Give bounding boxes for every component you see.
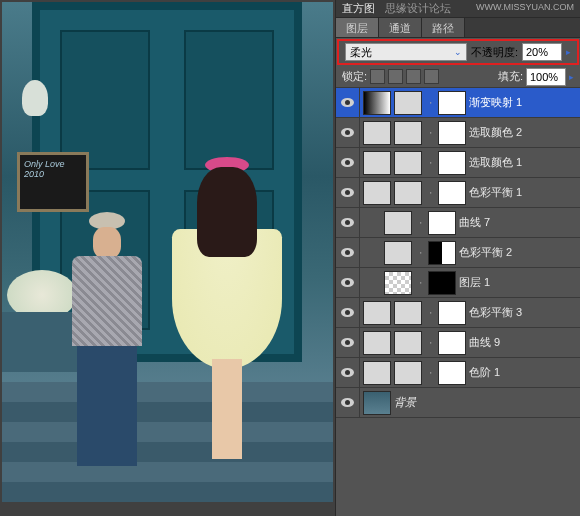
adjust-thumb[interactable] — [394, 151, 422, 175]
layer-thumb[interactable] — [384, 211, 412, 235]
adjust-thumb[interactable] — [394, 121, 422, 145]
mask-thumb[interactable] — [438, 151, 466, 175]
layer-row[interactable]: ⬝图层 1 — [336, 268, 580, 298]
tab-channels[interactable]: 通道 — [379, 18, 422, 37]
layer-row[interactable]: ⬝色彩平衡 3 — [336, 298, 580, 328]
layer-name[interactable]: 色彩平衡 3 — [469, 305, 576, 320]
panel-header: 直方图 思缘设计论坛 WWW.MISSYUAN.COM — [336, 0, 580, 18]
eye-icon — [341, 308, 354, 317]
layer-name[interactable]: 选取颜色 1 — [469, 155, 576, 170]
histogram-tab[interactable]: 直方图 — [342, 1, 375, 16]
eye-icon — [341, 128, 354, 137]
layer-row[interactable]: ⬝曲线 7 — [336, 208, 580, 238]
link-icon: ⬝ — [425, 158, 435, 168]
adjust-thumb[interactable] — [394, 301, 422, 325]
layer-row[interactable]: ⬝色彩平衡 2 — [336, 238, 580, 268]
opacity-label: 不透明度: — [471, 45, 518, 60]
link-icon: ⬝ — [425, 188, 435, 198]
visibility-toggle[interactable] — [336, 178, 360, 208]
adjust-thumb[interactable] — [394, 181, 422, 205]
mask-thumb[interactable] — [438, 181, 466, 205]
mask-thumb[interactable] — [428, 241, 456, 265]
mask-thumb[interactable] — [428, 211, 456, 235]
layer-name[interactable]: 色彩平衡 2 — [459, 245, 576, 260]
layer-name[interactable]: 图层 1 — [459, 275, 576, 290]
visibility-toggle[interactable] — [336, 208, 360, 238]
mask-thumb[interactable] — [438, 361, 466, 385]
layer-thumb[interactable] — [363, 151, 391, 175]
layer-name[interactable]: 色彩平衡 1 — [469, 185, 576, 200]
watermark-right: WWW.MISSYUAN.COM — [476, 2, 574, 12]
layer-name[interactable]: 曲线 9 — [469, 335, 576, 350]
tab-layers[interactable]: 图层 — [336, 18, 379, 37]
layer-name[interactable]: 选取颜色 2 — [469, 125, 576, 140]
layer-list[interactable]: ⬝渐变映射 1⬝选取颜色 2⬝选取颜色 1⬝色彩平衡 1⬝曲线 7⬝色彩平衡 2… — [336, 88, 580, 516]
adjust-thumb[interactable] — [394, 331, 422, 355]
layer-row[interactable]: ⬝色阶 1 — [336, 358, 580, 388]
eye-icon — [341, 248, 354, 257]
layer-row[interactable]: ⬝选取颜色 1 — [336, 148, 580, 178]
layer-name[interactable]: 色阶 1 — [469, 365, 576, 380]
lock-transparency-icon[interactable] — [370, 69, 385, 84]
visibility-toggle[interactable] — [336, 328, 360, 358]
edited-photo: Only Love 2010 — [2, 2, 333, 502]
link-icon: ⬝ — [415, 218, 425, 228]
lock-all-icon[interactable] — [424, 69, 439, 84]
layer-thumb[interactable] — [363, 361, 391, 385]
lock-position-icon[interactable] — [406, 69, 421, 84]
opacity-arrow-icon[interactable]: ▸ — [566, 47, 571, 57]
adjust-thumb[interactable] — [394, 361, 422, 385]
layer-thumb[interactable] — [363, 121, 391, 145]
layer-name[interactable]: 背景 — [394, 395, 576, 410]
layer-thumb[interactable] — [363, 391, 391, 415]
layer-thumb[interactable] — [363, 181, 391, 205]
lock-pixels-icon[interactable] — [388, 69, 403, 84]
layer-name[interactable]: 曲线 7 — [459, 215, 576, 230]
eye-icon — [341, 278, 354, 287]
eye-icon — [341, 218, 354, 227]
fill-arrow-icon[interactable]: ▸ — [569, 72, 574, 82]
eye-icon — [341, 398, 354, 407]
blend-mode-select[interactable]: 柔光 ⌄ — [345, 43, 467, 61]
layer-name[interactable]: 渐变映射 1 — [469, 95, 576, 110]
mask-thumb[interactable] — [438, 121, 466, 145]
link-icon: ⬝ — [425, 98, 435, 108]
blend-opacity-row: 柔光 ⌄ 不透明度: 20% ▸ — [337, 39, 579, 65]
layer-thumb[interactable] — [384, 241, 412, 265]
visibility-toggle[interactable] — [336, 388, 360, 418]
layer-thumb[interactable] — [363, 301, 391, 325]
visibility-toggle[interactable] — [336, 238, 360, 268]
visibility-toggle[interactable] — [336, 148, 360, 178]
watermark-left: 思缘设计论坛 — [385, 1, 451, 16]
dropdown-icon: ⌄ — [454, 47, 462, 57]
opacity-input[interactable]: 20% — [522, 43, 562, 61]
link-icon: ⬝ — [415, 248, 425, 258]
mask-thumb[interactable] — [438, 331, 466, 355]
visibility-toggle[interactable] — [336, 88, 360, 118]
lock-row: 锁定: 填充: 100% ▸ — [336, 66, 580, 88]
mask-thumb[interactable] — [438, 91, 466, 115]
link-icon: ⬝ — [425, 368, 435, 378]
visibility-toggle[interactable] — [336, 268, 360, 298]
layer-thumb[interactable] — [363, 91, 391, 115]
layers-panel: 直方图 思缘设计论坛 WWW.MISSYUAN.COM 图层 通道 路径 柔光 … — [335, 0, 580, 516]
layer-row[interactable]: ⬝选取颜色 2 — [336, 118, 580, 148]
adjust-thumb[interactable] — [394, 91, 422, 115]
eye-icon — [341, 338, 354, 347]
layer-row[interactable]: ⬝曲线 9 — [336, 328, 580, 358]
visibility-toggle[interactable] — [336, 118, 360, 148]
visibility-toggle[interactable] — [336, 358, 360, 388]
panel-tabs: 图层 通道 路径 — [336, 18, 580, 38]
mask-thumb[interactable] — [438, 301, 466, 325]
tab-paths[interactable]: 路径 — [422, 18, 465, 37]
layer-row[interactable]: ⬝色彩平衡 1 — [336, 178, 580, 208]
layer-thumb[interactable] — [363, 331, 391, 355]
link-icon: ⬝ — [415, 278, 425, 288]
layer-thumb[interactable] — [384, 271, 412, 295]
visibility-toggle[interactable] — [336, 298, 360, 328]
layer-row[interactable]: 背景 — [336, 388, 580, 418]
link-icon: ⬝ — [425, 128, 435, 138]
fill-input[interactable]: 100% — [526, 68, 566, 86]
mask-thumb[interactable] — [428, 271, 456, 295]
layer-row[interactable]: ⬝渐变映射 1 — [336, 88, 580, 118]
